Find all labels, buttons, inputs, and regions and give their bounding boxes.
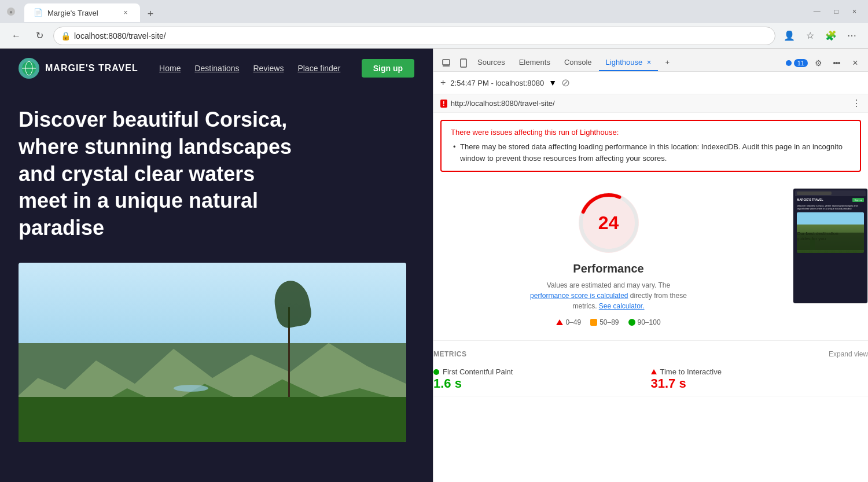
lh-screenshot: MARGIE'S TRAVEL Sign up Discover beautif… [793, 188, 868, 304]
metric-fcp-name: First Contentful Paint [433, 367, 651, 376]
website-panel: MARGIE'S TRAVEL Home Destinations Review… [0, 49, 433, 482]
back-btn[interactable]: ← [7, 27, 25, 45]
metric-tti: Time to Interactive 31.7 s [651, 363, 869, 396]
nav-home[interactable]: Home [159, 64, 181, 73]
lh-error-body: There may be stored data affecting loadi… [451, 141, 851, 164]
legend-orange-label: 50–89 [599, 318, 619, 326]
address-bar[interactable]: 🔒 localhost:8080/travel-site/ [53, 27, 775, 45]
svg-rect-3 [443, 60, 450, 65]
favorites-btn[interactable]: ☆ [801, 27, 819, 45]
metric-fcp: First Contentful Paint 1.6 s [433, 363, 651, 396]
title-bar: ● 📄 Margie's Travel × + — □ × [0, 0, 868, 23]
new-tab-btn[interactable]: + [142, 6, 159, 22]
svg-point-9 [838, 62, 840, 64]
nav-reviews[interactable]: Reviews [253, 64, 284, 73]
metric-tti-value: 31.7 s [651, 376, 869, 391]
lh-add-btn[interactable]: + [440, 78, 446, 88]
legend-green-label: 90–100 [638, 318, 661, 326]
lh-url-text: http://localhost:8080/travel-site/ [451, 99, 555, 108]
menu-btn[interactable]: ⋯ [843, 27, 861, 45]
svg-point-8 [836, 62, 838, 64]
window-buttons: — □ × [809, 5, 861, 18]
minimize-btn[interactable]: — [809, 5, 825, 18]
lh-score-link[interactable]: performance score is calculated [530, 292, 628, 300]
lh-error-banner: There were issues affecting this run of … [440, 120, 861, 172]
lh-screenshot-img: MARGIE'S TRAVEL Sign up Discover beautif… [793, 188, 868, 304]
lh-perf-desc: Values are estimated and may vary. The p… [528, 280, 690, 311]
devtools-panel: Sources Elements Console Lighthouse × + … [433, 49, 868, 482]
tab-sources[interactable]: Sources [470, 54, 512, 71]
tab-favicon: 📄 [34, 8, 43, 17]
badge-dot [786, 60, 792, 66]
signup-button[interactable]: Sign up [362, 59, 414, 78]
legend-orange: 50–89 [590, 318, 619, 326]
metric-tti-dot [651, 369, 657, 374]
legend-red: 0–49 [556, 318, 581, 326]
lh-url-bar: ! http://localhost:8080/travel-site/ ⋮ [433, 94, 868, 113]
dock-btn[interactable] [829, 55, 845, 71]
reload-btn[interactable]: ↻ [30, 27, 49, 45]
legend-orange-icon [590, 319, 597, 326]
lh-metrics-label: METRICS [433, 350, 467, 358]
site-logo-text: MARGIE'S TRAVEL [45, 63, 138, 73]
lh-dropdown-btn[interactable]: ▼ [549, 78, 557, 87]
metric-fcp-value: 1.6 s [433, 376, 651, 391]
nav-destinations[interactable]: Destinations [194, 64, 239, 73]
close-lighthouse-tab[interactable]: × [647, 58, 652, 67]
lh-expand-btn[interactable]: Expand view [829, 350, 868, 358]
legend-green: 90–100 [628, 318, 661, 326]
legend-red-icon [556, 319, 563, 325]
extensions-btn[interactable]: 🧩 [822, 27, 840, 45]
window-close-btn[interactable]: ● [7, 8, 15, 16]
lh-score-number: 24 [598, 212, 619, 234]
browser-tab[interactable]: 📄 Margie's Travel × [24, 3, 140, 22]
lh-timestamp: 2:54:47 PM - localhost:8080 [450, 79, 544, 87]
tab-add[interactable]: + [658, 54, 676, 71]
settings-btn[interactable]: ⚙ [810, 55, 826, 71]
lh-clear-btn[interactable]: ⊘ [561, 76, 570, 89]
profile-btn[interactable]: 👤 [780, 27, 799, 45]
lh-metrics-grid: First Contentful Paint 1.6 s Time to Int… [433, 363, 868, 396]
site-image [19, 263, 406, 442]
lh-legend: 0–49 50–89 90–100 [556, 318, 660, 326]
nav-place-finder[interactable]: Place finder [297, 64, 340, 73]
site-hero: Discover beautiful Corsica, where stunni… [0, 88, 433, 251]
metric-tti-name: Time to Interactive [651, 367, 869, 376]
main-area: MARGIE'S TRAVEL Home Destinations Review… [0, 49, 868, 482]
issues-badge[interactable]: 11 [794, 59, 808, 67]
legend-green-icon [628, 319, 635, 326]
tab-elements[interactable]: Elements [512, 54, 557, 71]
metric-fcp-dot [433, 369, 439, 375]
lh-more-btn[interactable]: ⋮ [852, 98, 861, 109]
devtools-tab-bar: Sources Elements Console Lighthouse × + … [433, 49, 868, 72]
tab-lighthouse[interactable]: Lighthouse × [599, 54, 659, 71]
nav-bar: ← ↻ 🔒 localhost:8080/travel-site/ 👤 ☆ 🧩 … [0, 23, 868, 49]
site-header: MARGIE'S TRAVEL Home Destinations Review… [0, 49, 433, 88]
svg-point-7 [833, 62, 836, 64]
tab-console[interactable]: Console [557, 54, 599, 71]
site-logo-icon [19, 58, 39, 79]
tab-title-text: Margie's Travel [47, 9, 116, 17]
close-btn[interactable]: × [848, 5, 861, 18]
tab-close-btn[interactable]: × [120, 8, 131, 18]
lock-icon: 🔒 [61, 31, 71, 41]
site-logo: MARGIE'S TRAVEL [19, 58, 138, 79]
lh-divider [433, 340, 868, 341]
lh-scroll-area[interactable]: There were issues affecting this run of … [433, 113, 868, 482]
legend-red-label: 0–49 [565, 318, 581, 326]
maximize-btn[interactable]: □ [830, 5, 843, 18]
lh-perf-label: Performance [573, 262, 643, 275]
lh-score-section: 24 Performance Values are estimated and … [433, 179, 868, 336]
devtools-close-btn[interactable]: × [847, 55, 863, 71]
badge-container: 11 [786, 59, 808, 67]
lh-url-warning: ! http://localhost:8080/travel-site/ [440, 99, 555, 108]
lh-error-title: There were issues affecting this run of … [451, 128, 851, 137]
lh-calculator-link[interactable]: See calculator. [599, 302, 645, 310]
devtools-right-icons: 11 ⚙ × [786, 55, 863, 71]
lh-metrics-header: METRICS Expand view [433, 345, 868, 363]
devtools-device-btn[interactable] [454, 55, 470, 71]
devtools-inspect-btn[interactable] [438, 55, 454, 71]
site-headline: Discover beautiful Corsica, where stunni… [19, 106, 308, 242]
browser-window: ● 📄 Margie's Travel × + — □ × ← ↻ 🔒 loca… [0, 0, 868, 482]
lh-gauge: 24 [574, 188, 643, 257]
